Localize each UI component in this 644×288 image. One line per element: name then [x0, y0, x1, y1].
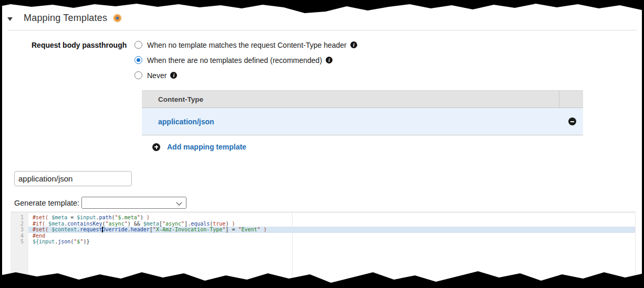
- code-line[interactable]: 5${input.json("$")}: [11, 239, 635, 245]
- remove-circle-icon[interactable]: [568, 118, 576, 125]
- code-token: $.meta: [118, 215, 137, 220]
- radio-dot: [137, 58, 140, 62]
- code-token: equals: [191, 221, 210, 227]
- content-type-row-link[interactable]: application/json: [142, 118, 214, 126]
- code-token: async: [165, 221, 181, 227]
- add-circle-icon[interactable]: [152, 143, 160, 151]
- radio-option-row: When there are no templates defined (rec…: [134, 52, 357, 68]
- generate-template-select[interactable]: [81, 197, 186, 209]
- line-number: 4: [11, 233, 28, 239]
- code-token: ): [140, 215, 147, 220]
- code-token: true: [213, 221, 225, 227]
- code-token: Event: [241, 227, 257, 232]
- code-token: =: [67, 215, 77, 220]
- code-token: $meta: [48, 221, 64, 227]
- section-title: Mapping Templates: [24, 13, 107, 24]
- line-number: 3: [11, 227, 28, 233]
- section-divider: [7, 30, 637, 30]
- mapping-templates-panel: Mapping Templates Request body passthrou…: [0, 0, 644, 288]
- add-mapping-template-link[interactable]: Add mapping template: [167, 143, 246, 151]
- table-header-content-type: Content-Type: [142, 95, 203, 103]
- code-token: )}: [83, 239, 89, 244]
- add-mapping-template[interactable]: Add mapping template: [152, 143, 246, 151]
- code-token: $meta: [143, 221, 159, 227]
- collapse-chevron-icon[interactable]: [7, 17, 13, 21]
- content-type-table: Content-Type application/json: [142, 90, 583, 135]
- generate-template-label: Generate template:: [14, 199, 79, 207]
- chevron-down-icon: [176, 199, 182, 205]
- code-token: containsKey: [67, 221, 102, 227]
- code-line-content: #set( $context.requestOverride.header["X…: [28, 227, 635, 233]
- code-token: ): [232, 221, 235, 227]
- radio-option-row: When no template matches the request Con…: [134, 37, 357, 52]
- info-icon[interactable]: i: [326, 57, 333, 63]
- code-line[interactable]: 4#end: [11, 233, 635, 239]
- code-token: #end: [33, 233, 45, 239]
- code-token: X-Amz-Invocation-Type: [156, 227, 222, 232]
- info-icon[interactable]: i: [350, 41, 357, 48]
- code-token: ): [225, 221, 232, 227]
- code-line-content: #set( $meta = $input.path("$.meta") ): [28, 215, 635, 221]
- editor-lines: 1#set( $meta = $input.path("$.meta") )2#…: [11, 213, 635, 245]
- code-token: request: [80, 227, 102, 232]
- info-icon[interactable]: i: [170, 72, 177, 79]
- code-token: ].: [184, 221, 191, 227]
- code-token: async: [109, 221, 124, 227]
- content-type-input[interactable]: [14, 171, 132, 186]
- row-action: [568, 118, 576, 127]
- code-token: ] =: [225, 227, 238, 232]
- code-line-content: #end: [28, 233, 635, 239]
- line-number: 5: [11, 239, 28, 245]
- section-header: Mapping Templates: [7, 13, 122, 24]
- request-body-passthrough-label: Request body passthrough: [32, 41, 127, 49]
- line-number: 2: [11, 221, 28, 227]
- code-token: #set(: [33, 227, 51, 232]
- annotation-marker-icon: [113, 14, 122, 23]
- radio-option-label[interactable]: Never: [147, 71, 167, 80]
- torn-edge-left: [0, 0, 2, 288]
- table-body: application/json: [142, 108, 583, 135]
- code-editor[interactable]: 1#set( $meta = $input.path("$.meta") )2#…: [11, 211, 636, 288]
- code-line-content: #if( $meta.containsKey("async") && $meta…: [28, 221, 635, 227]
- code-line[interactable]: 2#if( $meta.containsKey("async") && $met…: [11, 221, 635, 227]
- radio-button[interactable]: [134, 56, 142, 64]
- code-token: ${input: [33, 239, 55, 244]
- code-token: $input: [77, 215, 96, 220]
- code-token: header: [131, 227, 150, 232]
- code-token: path: [99, 215, 111, 220]
- code-line-content: ${input.json("$")}: [28, 239, 635, 245]
- radio-button[interactable]: [134, 71, 142, 79]
- code-token: json: [58, 239, 70, 244]
- radio-button[interactable]: [134, 41, 142, 49]
- code-token: $meta: [51, 215, 67, 220]
- radio-option-label[interactable]: When there are no templates defined (rec…: [147, 56, 322, 65]
- code-token: ): [264, 227, 267, 232]
- torn-edge-right: [642, 0, 644, 288]
- code-token: ): [147, 215, 150, 220]
- table-header-divider: [559, 91, 559, 108]
- radio-option-row: Neveri: [134, 68, 357, 83]
- code-token: ) &&: [128, 221, 143, 227]
- table-row: application/json: [142, 108, 583, 135]
- code-token: #set(: [33, 215, 51, 220]
- code-token: Override: [102, 227, 127, 232]
- line-number: 1: [11, 215, 28, 221]
- passthrough-options: When no template matches the request Con…: [134, 37, 357, 83]
- code-line[interactable]: 1#set( $meta = $input.path("$.meta") ): [11, 215, 635, 221]
- code-token: #if(: [33, 221, 48, 227]
- code-line[interactable]: 3#set( $context.requestOverride.header["…: [11, 227, 635, 233]
- radio-option-label[interactable]: When no template matches the request Con…: [147, 41, 347, 49]
- table-header-row: Content-Type: [142, 90, 583, 108]
- code-token: $context: [51, 227, 77, 232]
